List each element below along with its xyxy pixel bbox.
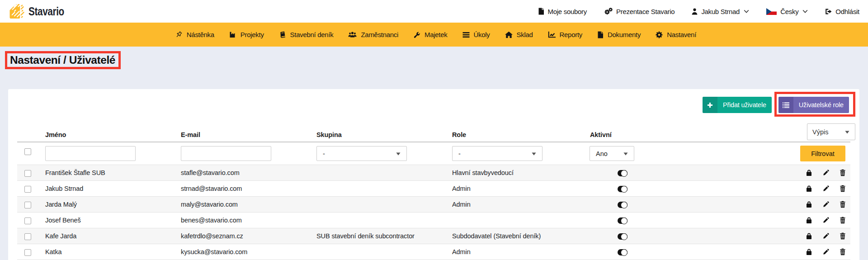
topbar-menu-item[interactable]: Prezentace Stavario bbox=[604, 8, 675, 15]
nav-item-label: Sklad bbox=[517, 31, 533, 38]
select-all-checkbox[interactable] bbox=[24, 148, 31, 155]
list-length-value: Výpis bbox=[812, 128, 828, 136]
pencil-icon[interactable] bbox=[822, 232, 830, 240]
gear-icon bbox=[656, 31, 663, 38]
nav-item[interactable]: Nastavení bbox=[656, 31, 696, 38]
lock-icon[interactable] bbox=[805, 217, 812, 224]
table-filter-row: - - Ano Filtrovat bbox=[17, 142, 850, 165]
page-title: Nastavení / Uživatelé bbox=[10, 53, 115, 67]
active-toggle[interactable] bbox=[618, 170, 627, 176]
lock-icon[interactable] bbox=[805, 169, 812, 176]
topbar-menu-item[interactable]: Odhlásit bbox=[825, 8, 859, 15]
user-role: Hlavní stavbyvedoucí bbox=[452, 169, 590, 176]
topbar-menu-item-label: Moje soubory bbox=[548, 8, 587, 15]
active-toggle[interactable] bbox=[618, 249, 627, 255]
row-checkbox[interactable] bbox=[24, 170, 31, 177]
row-checkbox[interactable] bbox=[24, 217, 31, 224]
topbar-menu-item[interactable]: Česky bbox=[766, 8, 808, 15]
row-checkbox[interactable] bbox=[24, 202, 31, 208]
column-header-email[interactable]: E-mail bbox=[181, 131, 316, 142]
user-group: SUB stavební deník subcontractor bbox=[316, 232, 452, 240]
chart-line-icon bbox=[548, 31, 556, 38]
home-icon bbox=[505, 31, 513, 38]
active-toggle[interactable] bbox=[618, 217, 627, 224]
nav-item[interactable]: Reporty bbox=[548, 31, 582, 38]
nav-item[interactable]: Úkoly bbox=[462, 31, 490, 38]
list-icon bbox=[778, 97, 793, 113]
topbar-menu: Moje soubory Prezentace Stavario Jakub S… bbox=[538, 0, 859, 23]
add-user-button-label: Přidat uživatele bbox=[717, 97, 772, 113]
table-header-row: Jméno E-mail Skupina Role Aktivní bbox=[17, 123, 850, 142]
brand-name: Stavario bbox=[28, 5, 64, 19]
file-icon bbox=[597, 31, 604, 38]
trash-icon[interactable] bbox=[839, 217, 846, 224]
user-table-row: Josef Beneš benes@stavario.com bbox=[17, 213, 850, 228]
book-icon bbox=[279, 31, 286, 38]
lock-icon[interactable] bbox=[805, 248, 812, 255]
nav-item[interactable]: Stavební deník bbox=[279, 31, 334, 38]
brand-logo[interactable]: Stavario bbox=[9, 3, 73, 20]
column-header-name[interactable]: Jméno bbox=[45, 131, 181, 142]
user-email: maly@stavario.com bbox=[181, 201, 316, 208]
row-checkbox[interactable] bbox=[24, 186, 31, 193]
filter-name-input[interactable] bbox=[45, 146, 136, 161]
nav-item-label: Nastavení bbox=[667, 31, 696, 38]
gears-icon bbox=[604, 8, 613, 15]
column-header-active[interactable]: Aktivní bbox=[590, 131, 796, 142]
lock-icon[interactable] bbox=[805, 185, 812, 192]
lock-icon[interactable] bbox=[805, 201, 812, 208]
nav-item[interactable]: Majetek bbox=[413, 31, 447, 38]
czech-flag-icon bbox=[766, 8, 777, 15]
lock-icon[interactable] bbox=[805, 232, 812, 240]
nav-item[interactable]: Nástěnka bbox=[175, 31, 214, 38]
filter-email-input[interactable] bbox=[181, 146, 271, 161]
column-header-group[interactable]: Skupina bbox=[316, 131, 452, 142]
active-toggle[interactable] bbox=[618, 186, 627, 192]
user-name: Jakub Strnad bbox=[45, 185, 181, 192]
users-icon bbox=[348, 31, 357, 38]
user-table-row: Jakub Strnad strnad@stavario.com Admin bbox=[17, 181, 850, 197]
stavario-logo-icon bbox=[9, 3, 25, 20]
list-length-select[interactable]: Výpis bbox=[807, 123, 855, 140]
file-icon bbox=[538, 8, 544, 15]
add-user-button[interactable]: Přidat uživatele bbox=[703, 97, 772, 113]
trash-icon[interactable] bbox=[839, 169, 846, 176]
trash-icon[interactable] bbox=[839, 201, 846, 208]
filter-active-select[interactable]: Ano bbox=[590, 146, 634, 161]
filter-group-select[interactable]: - bbox=[316, 146, 407, 161]
user-roles-button[interactable]: Uživatelské role bbox=[778, 97, 849, 113]
user-email: kysucka@stavario.com bbox=[181, 248, 316, 255]
topbar-menu-item-label: Jakub Strnad bbox=[701, 8, 740, 15]
user-role: Admin bbox=[452, 201, 590, 208]
nav-item[interactable]: Sklad bbox=[505, 31, 533, 38]
trash-icon[interactable] bbox=[839, 232, 846, 240]
nav-item[interactable]: Projekty bbox=[229, 31, 264, 38]
pin-icon bbox=[175, 31, 183, 38]
pencil-icon[interactable] bbox=[822, 169, 830, 176]
trash-icon[interactable] bbox=[839, 185, 846, 192]
user-name: Katka bbox=[45, 248, 181, 255]
trash-icon[interactable] bbox=[839, 248, 846, 255]
topbar: Stavario Moje soubory Prezentace Stavari… bbox=[0, 0, 868, 23]
row-checkbox[interactable] bbox=[24, 249, 31, 256]
pencil-icon[interactable] bbox=[822, 201, 830, 208]
pencil-icon[interactable] bbox=[822, 248, 830, 255]
topbar-menu-item[interactable]: Moje soubory bbox=[538, 8, 587, 15]
active-toggle[interactable] bbox=[618, 233, 627, 240]
pencil-icon[interactable] bbox=[822, 217, 830, 224]
tasks-icon bbox=[462, 32, 470, 38]
nav-item-label: Reporty bbox=[560, 31, 582, 38]
topbar-menu-item-label: Prezentace Stavario bbox=[616, 8, 675, 15]
pencil-icon[interactable] bbox=[822, 185, 830, 192]
nav-item-label: Úkoly bbox=[474, 31, 490, 38]
nav-item[interactable]: Dokumenty bbox=[597, 31, 641, 38]
column-header-role[interactable]: Role bbox=[452, 131, 590, 142]
active-toggle[interactable] bbox=[618, 202, 627, 208]
filter-role-select[interactable]: - bbox=[452, 146, 542, 161]
user-role: Admin bbox=[452, 185, 590, 192]
row-checkbox[interactable] bbox=[24, 233, 31, 240]
nav-item[interactable]: Zaměstnanci bbox=[348, 31, 398, 38]
filter-submit-button[interactable]: Filtrovat bbox=[800, 146, 845, 161]
topbar-menu-item[interactable]: Jakub Strnad bbox=[692, 8, 749, 15]
user-table-row: František Štafle SUB stafle@stavario.com… bbox=[17, 165, 850, 181]
